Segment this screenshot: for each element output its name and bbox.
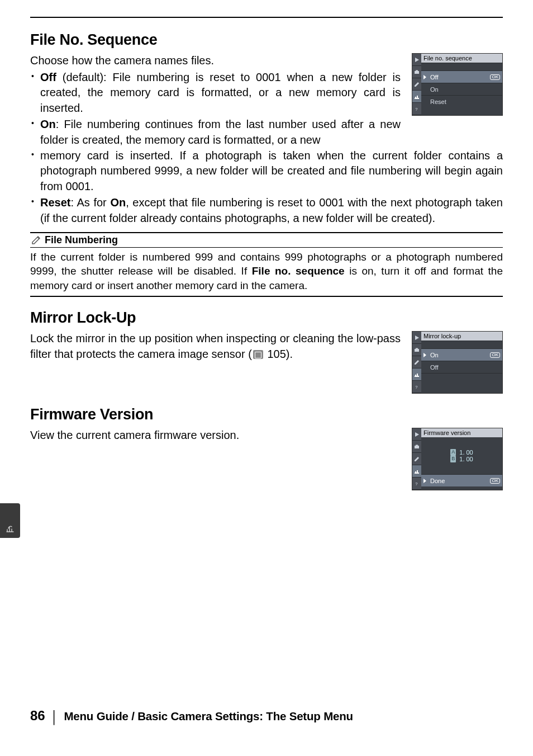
svg-rect-15 [415, 446, 419, 448]
version-a: 1. 00 [459, 449, 473, 456]
svg-rect-2 [416, 70, 418, 71]
option-off-text: (default): File numbering is reset to 00… [40, 71, 401, 114]
lcd-tab-pencil-icon [412, 78, 421, 91]
lcd-firmware: ? Firmware version A1. 00 B1. 00 DoneOK [412, 428, 503, 490]
option-on-label: On [40, 118, 56, 130]
lcd-list: OffOK On Reset [421, 63, 502, 107]
version-tag-b: B [450, 456, 456, 462]
version-b: 1. 00 [459, 456, 473, 462]
svg-rect-5 [417, 96, 418, 98]
lcd-mirror-lockup: ? Mirror lock-up OnOK Off [412, 331, 503, 394]
page-ref-icon [253, 350, 263, 359]
option-on: On: File numbering continues from the la… [30, 117, 401, 148]
svg-rect-9 [416, 348, 418, 349]
note-body: If the current folder is numbered 999 an… [30, 248, 503, 297]
firmware-body: View the current camera firmware version… [30, 428, 401, 443]
svg-text:?: ? [415, 481, 418, 486]
ok-badge: OK [490, 478, 500, 484]
svg-rect-8 [415, 349, 419, 352]
lcd-title: File no. sequence [421, 54, 502, 63]
side-tab-setup-icon [0, 503, 20, 538]
svg-rect-1 [415, 71, 419, 74]
lcd-tab-play-icon [412, 54, 421, 66]
lcd-item-spacer [421, 341, 502, 348]
top-rule [30, 17, 503, 18]
lcd-item-off[interactable]: OffOK [421, 70, 502, 83]
lcd-tab-setup-icon [412, 368, 421, 381]
section-mirror-lockup: Mirror Lock-Up Lock the mirror in the up… [30, 309, 503, 394]
svg-rect-4 [415, 97, 416, 98]
intro-text: Choose how the camera names files. [30, 53, 401, 69]
heading-file-no-sequence: File No. Sequence [30, 31, 503, 49]
lcd-tab-help-icon: ? [412, 103, 421, 115]
pencil-icon [31, 235, 41, 245]
mirror-body: Lock the mirror in the up position when … [30, 331, 401, 362]
section-firmware: Firmware Version View the current camera… [30, 406, 503, 490]
svg-marker-7 [415, 336, 419, 340]
lcd-tab-setup-icon [412, 465, 421, 478]
svg-rect-17 [415, 472, 419, 474]
svg-marker-14 [415, 432, 419, 437]
svg-text:?: ? [415, 385, 418, 390]
svg-marker-0 [415, 58, 419, 62]
option-reset-label: Reset [40, 196, 70, 209]
ok-badge: OK [490, 352, 500, 358]
svg-rect-3 [415, 98, 419, 99]
lcd-tab-pencil-icon [412, 453, 421, 465]
lcd-title: Firmware version [421, 428, 502, 437]
svg-rect-12 [417, 374, 418, 376]
lcd-item-off[interactable]: Off [421, 361, 502, 373]
lcd-item-done[interactable]: DoneOK [421, 474, 502, 486]
lcd-tab-camera-icon [412, 344, 421, 356]
heading-mirror-lockup: Mirror Lock-Up [30, 309, 503, 327]
heading-firmware: Firmware Version [30, 406, 503, 423]
lcd-versions: A1. 00 B1. 00 [421, 437, 502, 474]
lcd-item-spacer [421, 63, 502, 70]
lcd-tab-camera-icon [412, 66, 421, 78]
lcd-tab-help-icon: ? [412, 381, 421, 393]
lcd-item-spacer [421, 373, 502, 381]
lcd-file-no-sequence: ? File no. sequence OffOK On Reset [412, 53, 503, 116]
lcd-item-on[interactable]: OnOK [421, 348, 502, 361]
note-title: File Numbering [45, 234, 118, 246]
lcd-item-on[interactable]: On [421, 83, 502, 95]
option-on-text-a: : File numbering continues from the last… [40, 118, 401, 146]
svg-rect-18 [415, 471, 416, 472]
lcd-tab-camera-icon [412, 441, 421, 453]
lcd-title: Mirror lock-up [421, 332, 502, 341]
option-on-text-b: memory card is inserted. If a photograph… [40, 149, 503, 192]
lcd-side-tabs: ? [412, 54, 421, 115]
lcd-tab-setup-icon [412, 91, 421, 103]
svg-rect-11 [415, 375, 416, 376]
version-tag-a: A [450, 449, 456, 456]
ok-badge: OK [490, 74, 500, 80]
section-file-no-sequence: File No. Sequence Choose how the camera … [30, 31, 503, 297]
svg-rect-19 [417, 470, 418, 472]
option-off-label: Off [40, 71, 56, 83]
svg-rect-10 [415, 376, 419, 377]
page-number: 86 [30, 708, 45, 724]
lcd-tab-play-icon [412, 428, 421, 441]
option-off: Off (default): File numbering is reset t… [30, 70, 401, 116]
svg-rect-16 [416, 445, 418, 446]
page-footer: 86 │ Menu Guide / Basic Camera Settings:… [30, 708, 503, 724]
option-on-continued: memory card is inserted. If a photograph… [30, 148, 503, 195]
footer-divider: │ [51, 710, 59, 725]
footer-title: Menu Guide / Basic Camera Settings: The … [64, 710, 353, 723]
page: File No. Sequence Choose how the camera … [0, 0, 533, 756]
option-reset: Reset: As for On, except that file numbe… [30, 195, 503, 226]
lcd-item-reset[interactable]: Reset [421, 95, 502, 107]
svg-text:?: ? [415, 107, 418, 112]
note-file-numbering: File Numbering If the current folder is … [30, 232, 503, 297]
lcd-tab-play-icon [412, 332, 421, 344]
lcd-tab-pencil-icon [412, 356, 421, 368]
lcd-tab-help-icon: ? [412, 478, 421, 490]
